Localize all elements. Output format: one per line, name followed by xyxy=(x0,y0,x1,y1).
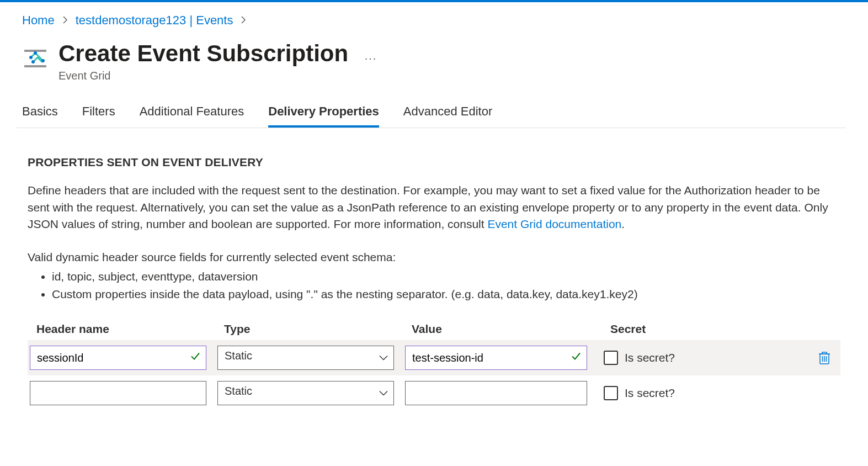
more-actions-button[interactable]: ··· xyxy=(365,52,377,65)
svg-point-5 xyxy=(31,60,35,63)
svg-rect-1 xyxy=(24,65,46,67)
col-header-type: Type xyxy=(224,322,412,336)
valid-fields-info: Valid dynamic header source fields for c… xyxy=(28,248,840,303)
tab-advanced-editor[interactable]: Advanced Editor xyxy=(403,100,492,128)
table-header: Header name Type Value Secret xyxy=(28,318,840,340)
section-description: Define headers that are included with th… xyxy=(28,182,840,232)
header-name-input[interactable] xyxy=(30,381,206,405)
svg-point-4 xyxy=(41,59,45,62)
table-row: Static Is secret? xyxy=(28,375,840,411)
col-header-name: Header name xyxy=(36,322,224,336)
documentation-link[interactable]: Event Grid documentation xyxy=(487,218,621,230)
is-secret-label: Is secret? xyxy=(625,386,675,400)
header-type-select[interactable]: Static xyxy=(217,346,394,370)
chevron-right-icon xyxy=(241,15,246,27)
header-name-input[interactable] xyxy=(30,346,206,370)
tab-filters[interactable]: Filters xyxy=(82,100,115,128)
delete-row-button[interactable] xyxy=(811,351,838,365)
event-grid-icon xyxy=(22,45,49,72)
svg-point-3 xyxy=(34,51,37,55)
valid-field-bullet: Custom properties inside the data payloa… xyxy=(52,285,840,303)
svg-point-2 xyxy=(29,56,33,59)
page-subtitle: Event Grid xyxy=(58,70,377,82)
header-type-select[interactable]: Static xyxy=(217,381,394,405)
tab-basics[interactable]: Basics xyxy=(22,100,58,128)
page-title: Create Event Subscription xyxy=(58,41,348,66)
tabs: Basics Filters Additional Features Deliv… xyxy=(17,100,846,128)
trash-icon xyxy=(818,351,830,365)
tab-additional-features[interactable]: Additional Features xyxy=(140,100,244,128)
header-value-input[interactable] xyxy=(405,346,587,370)
chevron-right-icon xyxy=(62,15,68,27)
is-secret-checkbox[interactable] xyxy=(604,386,618,400)
breadcrumb-home[interactable]: Home xyxy=(22,13,55,28)
page-header: Create Event Subscription ··· Event Grid xyxy=(22,41,846,82)
col-header-value: Value xyxy=(412,322,610,336)
table-row: Static Is secret? xyxy=(28,340,840,375)
header-value-input[interactable] xyxy=(405,381,587,405)
is-secret-label: Is secret? xyxy=(625,351,675,364)
section-title: PROPERTIES SENT ON EVENT DELIVERY xyxy=(28,156,840,169)
breadcrumb: Home testdemostorage123 | Events xyxy=(22,13,846,28)
tab-delivery-properties[interactable]: Delivery Properties xyxy=(268,100,379,128)
is-secret-checkbox[interactable] xyxy=(604,351,618,365)
valid-field-bullet: id, topic, subject, eventtype, dataversi… xyxy=(52,268,840,285)
breadcrumb-resource[interactable]: testdemostorage123 | Events xyxy=(76,13,233,28)
col-header-secret: Secret xyxy=(610,322,804,336)
